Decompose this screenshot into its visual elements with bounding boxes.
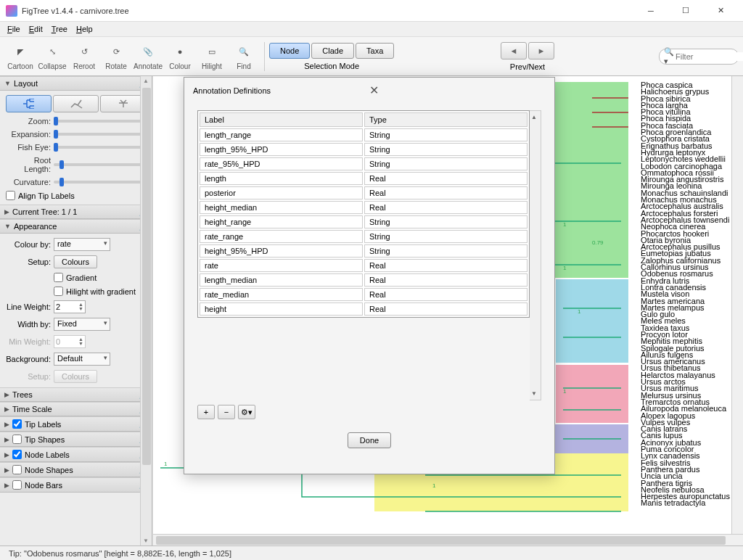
app-icon: [6, 5, 17, 17]
table-row[interactable]: lengthReal: [200, 172, 528, 185]
maximize-button[interactable]: ☐: [669, 0, 702, 22]
col-label[interactable]: Label: [200, 112, 363, 127]
mode-clade[interactable]: Clade: [311, 43, 354, 59]
mode-node[interactable]: Node: [269, 43, 310, 59]
settings-annotation-button[interactable]: ⚙▾: [238, 405, 255, 419]
done-button[interactable]: Done: [348, 432, 391, 448]
tool-collapse[interactable]: ⤡Collapse: [36, 42, 68, 70]
rootlength-slider[interactable]: [54, 163, 146, 166]
table-row[interactable]: height_rangeString: [200, 215, 528, 228]
add-annotation-button[interactable]: +: [197, 405, 215, 419]
zoom-slider[interactable]: [54, 120, 146, 123]
fisheye-slider[interactable]: [54, 146, 146, 149]
statusbar: Tip: "Odobenus rosmarus" [height = 8,882…: [0, 545, 743, 560]
expand-icon: ▶: [4, 208, 9, 215]
table-scrollbar[interactable]: ▲ ▼: [530, 110, 541, 400]
menubar: File Edit Tree Help: [0, 22, 743, 36]
panel-tip-labels[interactable]: ▶ Tip Labels📌: [0, 416, 152, 432]
tool-reroot[interactable]: ↺Reroot: [68, 42, 100, 70]
align-tips-checkbox[interactable]: [6, 191, 15, 200]
search-icon: 🔍▾: [664, 47, 674, 66]
tool-rotate[interactable]: ⟳Rotate: [100, 42, 132, 70]
checkbox-node-shapes[interactable]: [12, 465, 22, 474]
expansion-slider[interactable]: [54, 133, 146, 136]
hilight-gradient-checkbox[interactable]: [54, 287, 63, 296]
toolbar: ◤Cartoon⤡Collapse↺Reroot⟳Rotate📎Annotate…: [0, 36, 743, 76]
panel-node-shapes[interactable]: ▶ Node Shapes📌: [0, 462, 152, 477]
canvas-vscrollbar[interactable]: [731, 76, 743, 534]
menu-help[interactable]: Help: [72, 23, 97, 35]
expand-icon: ▼: [4, 80, 11, 87]
curvature-slider[interactable]: [54, 181, 146, 184]
bg-colours-button: Colours: [54, 370, 97, 383]
panel-timescale-header[interactable]: ▶Time Scale📌: [0, 402, 152, 416]
lineweight-spinner[interactable]: 2▲▼: [54, 300, 86, 313]
titlebar: FigTree v1.4.4 - carnivore.tree ─ ☐ ✕: [0, 0, 743, 22]
table-row[interactable]: rate_95%_HPDString: [200, 157, 528, 170]
annotation-dialog: Annotation Definitions ✕ Label Type leng…: [184, 77, 555, 474]
layout-polar[interactable]: [53, 95, 99, 112]
table-row[interactable]: height_95%_HPDString: [200, 244, 528, 258]
next-button[interactable]: ►: [528, 42, 554, 59]
checkbox-node-bars[interactable]: [12, 480, 22, 490]
table-row[interactable]: rate_rangeString: [200, 230, 528, 243]
table-row[interactable]: length_95%_HPDString: [200, 143, 528, 156]
find-icon: 🔍: [234, 42, 253, 61]
search-input[interactable]: [676, 52, 743, 61]
canvas-hscrollbar[interactable]: [153, 534, 743, 545]
tool-annotate[interactable]: 📎Annotate: [132, 42, 164, 70]
table-row[interactable]: posteriorReal: [200, 186, 528, 199]
colourby-combo[interactable]: rate: [54, 238, 110, 251]
panel-tip-shapes[interactable]: ▶ Tip Shapes📌: [0, 432, 152, 447]
table-row[interactable]: height_medianReal: [200, 201, 528, 214]
sidebar-scrollbar[interactable]: ▲▼: [140, 76, 152, 545]
panel-appearance-header[interactable]: ▼Appearance 📌: [0, 219, 152, 234]
menu-file[interactable]: File: [3, 23, 25, 35]
status-text: Tip: "Odobenus rosmarus" [height = 8,882…: [9, 549, 231, 558]
prevnext-label: Prev/Next: [510, 62, 545, 71]
colours-button[interactable]: Colours: [54, 255, 97, 268]
table-row[interactable]: rateReal: [200, 259, 528, 272]
checkbox-tip-shapes[interactable]: [12, 435, 22, 444]
dialog-close-icon[interactable]: ✕: [369, 83, 546, 97]
panel-trees-header[interactable]: ▶Trees📌: [0, 387, 152, 402]
window-title: FigTree v1.4.4 - carnivore.tree: [22, 7, 634, 15]
tool-hilight[interactable]: ▭Hilight: [196, 42, 228, 70]
checkbox-tip-labels[interactable]: [12, 419, 22, 429]
panel-layout-header[interactable]: ▼ Layout 📌: [0, 76, 152, 91]
dialog-title: Annotation Definitions: [193, 86, 369, 95]
search-box[interactable]: 🔍▾ ⓧ: [659, 49, 739, 65]
layout-radial[interactable]: [100, 95, 146, 112]
tool-cartoon[interactable]: ◤Cartoon: [4, 42, 36, 70]
minimize-button[interactable]: ─: [634, 0, 668, 22]
close-button[interactable]: ✕: [704, 0, 737, 22]
menu-edit[interactable]: Edit: [25, 23, 47, 35]
tool-colour[interactable]: ●Colour: [164, 42, 196, 70]
annotation-table[interactable]: Label Type length_rangeStringlength_95%_…: [197, 110, 530, 318]
mode-taxa[interactable]: Taxa: [356, 43, 394, 59]
minweight-spinner: 0▲▼: [54, 335, 86, 348]
widthby-combo[interactable]: Fixed: [54, 318, 110, 331]
checkbox-node-labels[interactable]: [12, 450, 22, 459]
panel-node-labels[interactable]: ▶ Node Labels📌: [0, 447, 152, 462]
menu-tree[interactable]: Tree: [47, 23, 72, 35]
rotate-icon: ⟳: [107, 42, 126, 61]
table-row[interactable]: rate_medianReal: [200, 288, 528, 301]
selection-mode-label: Selection Mode: [304, 62, 359, 70]
prev-button[interactable]: ◄: [501, 42, 527, 59]
tool-find[interactable]: 🔍Find: [228, 42, 260, 70]
table-row[interactable]: length_medianReal: [200, 273, 528, 287]
remove-annotation-button[interactable]: −: [218, 405, 235, 419]
gradient-checkbox[interactable]: [54, 273, 63, 282]
cartoon-icon: ◤: [11, 42, 30, 61]
panel-currenttree-header[interactable]: ▶ Current Tree: 1 / 1 📌: [0, 205, 152, 219]
table-row[interactable]: heightReal: [200, 302, 528, 316]
background-combo[interactable]: Default: [54, 353, 110, 366]
reroot-icon: ↺: [75, 42, 94, 61]
hilight-icon: ▭: [202, 42, 221, 61]
col-type[interactable]: Type: [364, 112, 528, 127]
panel-node-bars[interactable]: ▶ Node Bars📌: [0, 477, 152, 493]
layout-rectangular[interactable]: [6, 95, 52, 112]
table-row[interactable]: length_rangeString: [200, 128, 528, 141]
sidebar: ▼ Layout 📌 Zoom: Expansion: Fish Eye: Ro…: [0, 76, 152, 545]
